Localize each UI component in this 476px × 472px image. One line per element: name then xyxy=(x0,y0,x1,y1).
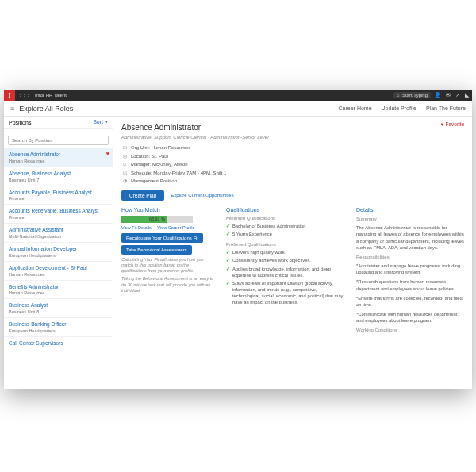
heart-icon: ♥ xyxy=(441,121,444,127)
responsibility-item: *Ensure that forms are collected, record… xyxy=(356,295,464,308)
responsibility-item: *Research questions from human resources… xyxy=(356,278,464,291)
nav-plan-future[interactable]: Plan The Future xyxy=(426,106,466,111)
position-item[interactable]: Absence, Business AnalystBusiness Unit 7 xyxy=(4,167,113,186)
qual-item: Consistently achieves work objectives. xyxy=(232,257,311,263)
nav-update-profile[interactable]: Update Profile xyxy=(382,106,416,111)
position-item[interactable]: Accounts Receivable, Business AnalystFin… xyxy=(4,205,113,224)
global-search[interactable]: ⌕ Start Typing xyxy=(393,92,431,98)
qual-item: 5 Years Experience xyxy=(232,231,272,237)
position-item[interactable]: Call Center Supervisors xyxy=(4,337,113,351)
fit-note-1: Calculating Your Fit will show you how y… xyxy=(121,257,215,274)
org-icon: ⊟ xyxy=(121,144,128,152)
location-icon: ◎ xyxy=(121,153,128,161)
take-assessment-button[interactable]: Take Behavioral Assessment xyxy=(121,245,192,255)
sort-button[interactable]: Sort ▾ xyxy=(93,119,108,125)
qualifications-heading: Qualifications xyxy=(226,207,345,213)
apps-icon[interactable]: ⋮⋮⋮ xyxy=(18,93,30,98)
fit-note-2: Taking the Behavioral Assessment is an e… xyxy=(121,276,215,293)
check-icon: ✔ xyxy=(226,231,230,237)
position-item[interactable]: Annual Information DeveloperEuropean Hea… xyxy=(4,243,113,262)
page-title: Explore All Roles xyxy=(19,105,338,113)
pref-quals-heading: Preferred Qualifications xyxy=(226,242,345,247)
role-detail: ♥ Favorite Absence Administrator Adminis… xyxy=(113,117,472,389)
qual-item: Stays abreast of important Lawson global… xyxy=(232,280,345,305)
bookmark-icon[interactable]: ◣ xyxy=(465,92,469,98)
search-placeholder: Start Typing xyxy=(402,93,428,98)
view-career-profile-link[interactable]: View Career Profile xyxy=(157,225,194,230)
responsibility-item: *Administer and manage leave programs, i… xyxy=(356,263,464,275)
brand-logo[interactable]: I xyxy=(4,90,15,101)
fit-meter: 63.91 % xyxy=(121,216,193,223)
min-quals-heading: Minimum Qualifications xyxy=(226,216,345,221)
favorite-toggle[interactable]: ♥ Favorite xyxy=(441,121,464,127)
create-plan-button[interactable]: Create Plan xyxy=(121,190,164,201)
responsibilities-heading: Responsibilities xyxy=(356,254,464,260)
menu-icon[interactable]: ≡ xyxy=(10,105,14,113)
app-topbar: I ⋮⋮⋮ Infor HR Talent ⌕ Start Typing 👤 ✉… xyxy=(4,90,472,101)
check-icon: ✔ xyxy=(226,223,230,229)
role-meta: ⊟Org Unit: Human Resources ◎Location: St… xyxy=(121,144,464,186)
share-icon[interactable]: ↗ xyxy=(455,92,460,98)
sidebar-heading: Positions xyxy=(9,120,31,125)
position-item[interactable]: Administrative AssistantMulti-National O… xyxy=(4,224,113,243)
details-heading: Details xyxy=(356,207,464,213)
search-icon: ⌕ xyxy=(397,93,400,98)
fit-percent: 63.91 % xyxy=(121,216,193,223)
breadcrumb: Infor HR Talent xyxy=(35,93,393,98)
recalculate-fit-button[interactable]: Recalculate Your Qualifications Fit xyxy=(121,233,203,243)
qual-item: Bachelor of Business Administration xyxy=(232,223,305,229)
working-conditions-heading: Working Conditions xyxy=(356,327,464,333)
mail-icon[interactable]: ✉ xyxy=(446,92,451,98)
position-search-input[interactable] xyxy=(8,136,109,145)
check-icon: ✔ xyxy=(226,266,230,278)
responsibility-item: *Communicate with human resources depart… xyxy=(356,311,464,324)
check-icon: ✔ xyxy=(226,280,230,305)
mgmt-icon: ◔ xyxy=(121,178,128,186)
page-header: ≡ Explore All Roles Career Home Update P… xyxy=(4,101,472,117)
how-you-match-heading: How You Match xyxy=(121,207,215,213)
position-item[interactable]: Business AnalystBusiness Unit 8 xyxy=(4,299,113,318)
role-title: Absence Administrator xyxy=(121,123,464,132)
view-fit-details-link[interactable]: View Fit Details xyxy=(121,225,152,230)
position-item[interactable]: Benefits AdministratorHuman Resources xyxy=(4,281,113,300)
position-item[interactable]: Accounts Payable, Business AnalystFinanc… xyxy=(4,186,113,205)
role-subtitle: Administrative, Support, Clerical-Cleric… xyxy=(121,135,464,140)
positions-sidebar: Positions Sort ▾ Absence AdministratorHu… xyxy=(4,117,113,389)
positions-list: Absence AdministratorHuman Resources♥Abs… xyxy=(4,148,113,389)
position-item[interactable]: Absence AdministratorHuman Resources♥ xyxy=(4,148,113,167)
check-icon: ✔ xyxy=(226,257,230,263)
qual-item: Applies broad knowledge, information, an… xyxy=(232,266,345,278)
qual-item: Delivers high quality work. xyxy=(232,249,286,255)
nav-career-home[interactable]: Career Home xyxy=(339,106,372,111)
user-icon[interactable]: 👤 xyxy=(434,92,441,98)
explore-opportunities-link[interactable]: Explore Current Opportunities xyxy=(171,193,233,198)
manager-icon: ☺ xyxy=(121,161,128,169)
schedule-icon: ☑ xyxy=(121,170,128,178)
summary-heading: Summary xyxy=(356,216,464,222)
check-icon: ✔ xyxy=(226,249,230,255)
header-nav: Career Home Update Profile Plan The Futu… xyxy=(339,106,466,111)
summary-text: The Absence Administrator is responsible… xyxy=(356,224,464,250)
position-item[interactable]: Application Development - St PaulHuman R… xyxy=(4,262,113,281)
position-item[interactable]: Business Banking OfficerEuropean Headqua… xyxy=(4,318,113,337)
heart-icon: ♥ xyxy=(106,151,109,156)
